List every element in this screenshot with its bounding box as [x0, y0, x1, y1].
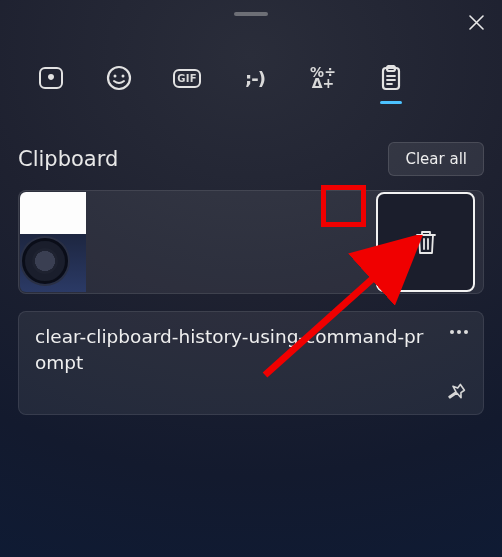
svg-point-12 — [457, 330, 461, 334]
clipboard-icon — [381, 65, 401, 91]
tab-emoji[interactable] — [99, 58, 139, 98]
gif-icon: GIF — [173, 69, 201, 88]
close-button[interactable] — [464, 10, 488, 34]
trash-icon — [413, 228, 439, 256]
pin-icon — [447, 382, 467, 402]
clear-all-button[interactable]: Clear all — [388, 142, 484, 176]
category-tabs: GIF ;-) %÷ Δ+ — [31, 58, 411, 98]
tab-clipboard[interactable] — [371, 58, 411, 98]
kaomoji-icon: ;-) — [245, 68, 265, 89]
section-header: Clipboard Clear all — [18, 142, 484, 176]
clipboard-text-content: clear-clipboard-history-using-command-pr… — [35, 324, 428, 376]
svg-point-13 — [464, 330, 468, 334]
svg-point-1 — [114, 75, 117, 78]
svg-point-11 — [450, 330, 454, 334]
tab-gif[interactable]: GIF — [167, 58, 207, 98]
symbols-icon: %÷ Δ+ — [310, 67, 336, 89]
tab-kaomoji[interactable]: ;-) — [235, 58, 275, 98]
svg-point-0 — [108, 67, 130, 89]
close-icon — [469, 15, 484, 30]
more-icon — [449, 329, 469, 335]
section-title: Clipboard — [18, 147, 118, 171]
tab-symbols[interactable]: %÷ Δ+ — [303, 58, 343, 98]
more-options-button[interactable] — [445, 320, 473, 344]
clipboard-item-text[interactable]: clear-clipboard-history-using-command-pr… — [18, 311, 484, 415]
delete-button[interactable] — [376, 192, 475, 292]
sticker-icon — [39, 67, 63, 89]
tab-stickers[interactable] — [31, 58, 71, 98]
clipboard-image-thumbnail — [20, 192, 86, 292]
drag-handle[interactable] — [234, 12, 268, 16]
pin-button[interactable] — [441, 376, 473, 408]
svg-point-2 — [122, 75, 125, 78]
emoji-icon — [106, 65, 132, 91]
